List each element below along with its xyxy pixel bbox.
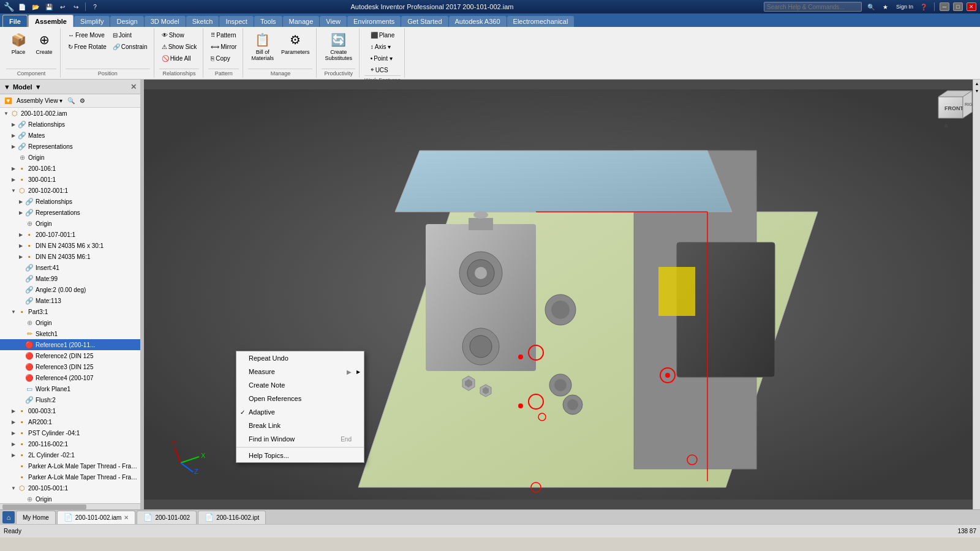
tree-item-200-116-002-1[interactable]: ▶▪200-116-002:1 bbox=[0, 438, 140, 449]
tab-200-101-002-iam[interactable]: 📄 200-101-002.iam ✕ bbox=[57, 511, 136, 524]
tree-item-din-en-24m6x30[interactable]: ▶▪DIN EN 24035 M6 x 30:1 bbox=[0, 240, 140, 251]
tab-manage[interactable]: Manage bbox=[283, 16, 320, 27]
tab-inspect[interactable]: Inspect bbox=[219, 16, 253, 27]
tree-item-ar200-1[interactable]: ▶▪AR200:1 bbox=[0, 416, 140, 427]
show-button[interactable]: 👁 Show bbox=[159, 29, 200, 40]
new-button[interactable]: 📄 bbox=[17, 1, 28, 12]
free-rotate-button[interactable]: ↻ Free Rotate bbox=[66, 41, 109, 52]
tree-item-representations2[interactable]: ▶🔗Representations bbox=[0, 207, 140, 218]
restore-button[interactable]: □ bbox=[953, 2, 963, 11]
tab-getstarted[interactable]: Get Started bbox=[401, 16, 448, 27]
tree-item-000-003-1[interactable]: ▶▪000-003:1 bbox=[0, 405, 140, 416]
favorites-icon[interactable]: ★ bbox=[880, 1, 891, 12]
tree-item-pst-cyl-04-1[interactable]: ▶▪PST Cylinder -04:1 bbox=[0, 427, 140, 438]
viewport-scrollbar[interactable]: ▲ ▼ bbox=[973, 80, 980, 509]
tree-item-relationships2[interactable]: ▶🔗Relationships bbox=[0, 196, 140, 207]
scroll-down[interactable]: ▼ bbox=[973, 87, 980, 94]
tab-design[interactable]: Design bbox=[110, 16, 143, 27]
undo-button[interactable]: ↩ bbox=[57, 1, 68, 12]
sign-in-button[interactable]: Sign In bbox=[895, 1, 914, 12]
ctx-open-references[interactable]: Open References bbox=[236, 392, 364, 405]
panel-settings-icon[interactable]: ▼ bbox=[35, 83, 42, 91]
tab-200-101-002[interactable]: 📄 200-101-002 bbox=[137, 511, 197, 524]
tree-item-relationships[interactable]: ▶🔗Relationships bbox=[0, 119, 140, 130]
tab-assemble[interactable]: Assemble bbox=[28, 15, 74, 27]
tab-view[interactable]: View bbox=[320, 16, 347, 27]
tree-item-200-105-001-1[interactable]: ▼⬡200-105-001:1 bbox=[0, 482, 140, 493]
tree-item-parker-male2[interactable]: ▪Parker A-Lok Male Taper Thread - Fracti… bbox=[0, 471, 140, 482]
tree-item-mates[interactable]: ▶🔗Mates bbox=[0, 130, 140, 141]
tab-icon-home[interactable]: ⌂ bbox=[2, 511, 15, 523]
tab-200-116-002-ipt[interactable]: 📄 200-116-002.ipt bbox=[198, 511, 266, 524]
help-search[interactable] bbox=[764, 2, 862, 12]
tree-item-200-102-001-1[interactable]: ▼⬡200-102-001:1 bbox=[0, 185, 140, 196]
tree-item-sketch1[interactable]: ✏Sketch1 bbox=[0, 328, 140, 339]
pattern-button[interactable]: ⠿ Pattern bbox=[208, 29, 239, 40]
mirror-button[interactable]: ⟺ Mirror bbox=[208, 41, 239, 52]
tree-item-mate-99[interactable]: 🔗Mate:99 bbox=[0, 273, 140, 284]
create-substitutes-button[interactable]: 🔄 CreateSubstitutes bbox=[322, 29, 355, 63]
free-move-button[interactable]: ↔ Free Move bbox=[66, 29, 109, 40]
horizontal-scrollbar[interactable] bbox=[0, 503, 140, 509]
tree-item-part3-1[interactable]: ▼▪Part3:1 bbox=[0, 306, 140, 317]
tab-sketch[interactable]: Sketch bbox=[186, 16, 219, 27]
constrain-button[interactable]: 🔗 Constrain bbox=[110, 41, 150, 52]
tree-item-representations[interactable]: ▶🔗Representations bbox=[0, 141, 140, 152]
tree-item-origin2[interactable]: ⊕Origin bbox=[0, 218, 140, 229]
tab-close-1[interactable]: ✕ bbox=[124, 514, 129, 521]
minimize-button[interactable]: ─ bbox=[940, 2, 949, 11]
tree-item-300-001-1[interactable]: ▶▪300-001:1 bbox=[0, 174, 140, 185]
viewcube[interactable]: FRONT RIGHT ⌂ bbox=[926, 84, 975, 133]
place-button[interactable]: 📦 Place bbox=[6, 29, 31, 57]
tree-item-din-en-24m6-1[interactable]: ▶▪DIN EN 24035 M6:1 bbox=[0, 251, 140, 262]
create-button[interactable]: ⊕ Create bbox=[32, 29, 56, 57]
tree-item-origin4[interactable]: ⊕Origin bbox=[0, 493, 140, 503]
panel-close-icon[interactable]: ✕ bbox=[130, 83, 137, 91]
ctx-repeat-undo[interactable]: Repeat Undo bbox=[236, 351, 364, 365]
copy-button[interactable]: ⎘ Copy bbox=[208, 53, 239, 64]
scrollbar-thumb[interactable] bbox=[2, 504, 86, 509]
tree-item-200-106-1[interactable]: ▶▪200-106:1 bbox=[0, 163, 140, 174]
help-button[interactable]: ? bbox=[89, 1, 100, 12]
tree-item-mate-113[interactable]: 🔗Mate:113 bbox=[0, 295, 140, 306]
tree-item-ref3[interactable]: 🔴Reference3 (DIN 125 bbox=[0, 361, 140, 372]
tab-environments[interactable]: Environments bbox=[347, 16, 401, 27]
viewport[interactable]: X Y Z FRONT RIGHT bbox=[144, 80, 980, 509]
tab-electromechanical[interactable]: Electromechanical bbox=[507, 16, 575, 27]
tab-tools[interactable]: Tools bbox=[254, 16, 282, 27]
ctx-break-link[interactable]: Break Link bbox=[236, 419, 364, 432]
tree-item-ref4[interactable]: 🔴Reference4 (200-107 bbox=[0, 372, 140, 383]
show-sick-button[interactable]: ⚠ Show Sick bbox=[159, 41, 200, 52]
ctx-adaptive[interactable]: Adaptive bbox=[236, 405, 364, 419]
point-button[interactable]: • Point ▾ bbox=[368, 53, 398, 64]
tab-a360[interactable]: Autodesk A360 bbox=[449, 16, 507, 27]
bom-button[interactable]: 📋 Bill ofMaterials bbox=[248, 29, 277, 63]
settings-icon[interactable]: ⚙ bbox=[78, 96, 87, 107]
tree-item-ref1[interactable]: 🔴Reference1 (200-11... bbox=[0, 339, 140, 350]
ctx-find-in-window[interactable]: Find in Window End bbox=[236, 432, 364, 446]
joint-button[interactable]: ⊟ Joint bbox=[110, 29, 150, 40]
tree-item-work-plane1[interactable]: ▭Work Plane1 bbox=[0, 383, 140, 394]
tree-item-200-107-001-1[interactable]: ▶▪200-107-001:1 bbox=[0, 229, 140, 240]
tree-item-ref2[interactable]: 🔴Reference2 (DIN 125 bbox=[0, 350, 140, 361]
tab-my-home[interactable]: My Home bbox=[16, 511, 56, 524]
open-button[interactable]: 📂 bbox=[30, 1, 41, 12]
axis-button[interactable]: ↕ Axis ▾ bbox=[368, 41, 398, 52]
tab-file[interactable]: File bbox=[2, 15, 28, 27]
ucs-button[interactable]: ⌖ UCS bbox=[368, 64, 398, 75]
close-button[interactable]: ✕ bbox=[967, 2, 976, 11]
save-button[interactable]: 💾 bbox=[43, 1, 55, 12]
tab-3dmodel[interactable]: 3D Model bbox=[145, 16, 186, 27]
view-selector[interactable]: Assembly View ▾ bbox=[15, 96, 64, 107]
search-panel-icon[interactable]: 🔍 bbox=[66, 96, 77, 107]
tree-item-origin3[interactable]: ⊕Origin bbox=[0, 317, 140, 328]
tab-simplify[interactable]: Simplify bbox=[74, 16, 110, 27]
ctx-create-note[interactable]: Create Note bbox=[236, 378, 364, 392]
tree-item-parker-male1[interactable]: ▪Parker A-Lok Male Taper Thread - Fracti… bbox=[0, 460, 140, 471]
plane-button[interactable]: ⬛ Plane bbox=[368, 29, 398, 40]
tree-item-origin[interactable]: ⊕Origin bbox=[0, 152, 140, 163]
tree-item-insert-41[interactable]: 🔗Insert:41 bbox=[0, 262, 140, 273]
scroll-up[interactable]: ▲ bbox=[973, 80, 980, 87]
help-icon[interactable]: ❓ bbox=[918, 1, 929, 12]
tree-item-root[interactable]: ▼⬡200-101-002.iam bbox=[0, 108, 140, 119]
